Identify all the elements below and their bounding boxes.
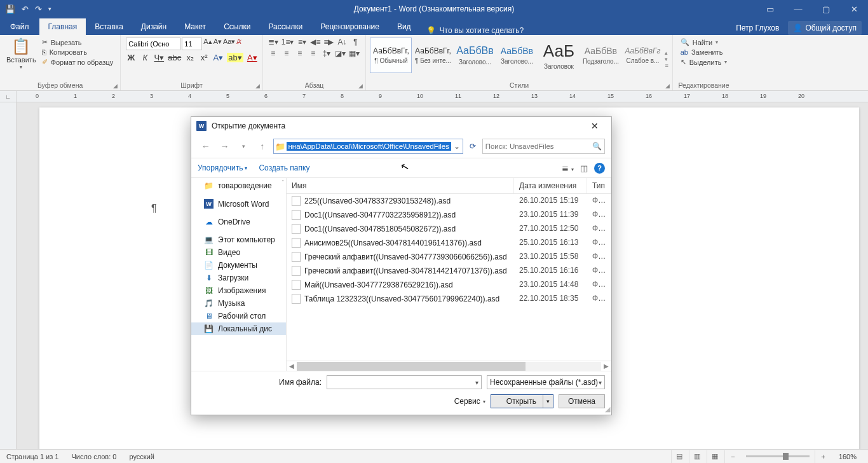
refresh-icon[interactable]: ⟳ xyxy=(466,142,480,151)
filter-combo[interactable]: Несохраненные файлы (*.asd)▾ xyxy=(487,375,605,389)
tab-file[interactable]: Файл xyxy=(0,18,39,35)
replace-button[interactable]: abЗаменить xyxy=(679,48,729,57)
bullets-icon[interactable]: ≣▾ xyxy=(268,38,278,46)
col-date[interactable]: Дата изменения xyxy=(514,178,587,193)
zoom-level[interactable]: 160% xyxy=(832,453,863,460)
print-layout-icon[interactable]: ▥ xyxy=(689,450,705,463)
col-name[interactable]: Имя xyxy=(287,178,514,193)
align-left-icon[interactable]: ≡ xyxy=(268,49,278,58)
font-size-input[interactable] xyxy=(182,38,202,50)
style-item[interactable]: АаБбВвЗаголово... xyxy=(496,38,538,73)
nav-item[interactable]: ⬇Загрузки xyxy=(191,272,286,284)
nav-item[interactable]: 🖼Изображения xyxy=(191,284,286,297)
clear-format-icon[interactable]: A̷ xyxy=(236,38,241,50)
borders-icon[interactable]: ▦▾ xyxy=(349,49,360,58)
find-button[interactable]: 🔍Найти ▾ xyxy=(679,38,729,47)
copy-button[interactable]: ⎘Копировать xyxy=(40,48,116,57)
vertical-ruler[interactable] xyxy=(0,102,17,449)
horizontal-ruler[interactable]: 01234567891011121314151617181920 xyxy=(17,91,868,102)
share-button[interactable]: 👤 Общий доступ xyxy=(788,21,862,35)
dialog-launcher-icon[interactable]: ◢ xyxy=(255,83,260,89)
numbering-icon[interactable]: 1≡▾ xyxy=(281,38,294,46)
tab-insert[interactable]: Вставка xyxy=(86,18,132,35)
undo-icon[interactable]: ↶ xyxy=(22,4,29,14)
read-mode-icon[interactable]: ▤ xyxy=(671,450,688,463)
address-bar[interactable]: 📁 нна\AppData\Local\Microsoft\Office\Uns… xyxy=(273,139,463,154)
decrease-font-icon[interactable]: A▾ xyxy=(214,38,222,50)
text-effects-icon[interactable]: A▾ xyxy=(213,53,223,62)
tab-selector[interactable]: ∟ xyxy=(0,91,17,102)
nav-item[interactable]: 🖥Рабочий стол xyxy=(191,310,286,322)
file-row[interactable]: Анисимов25((Unsaved-304781440196141376))… xyxy=(287,236,611,250)
tab-mailings[interactable]: Рассылки xyxy=(259,18,311,35)
file-row[interactable]: Doc1((Unsaved-304777032235958912)).asd23… xyxy=(287,208,611,222)
scroll-thumb[interactable] xyxy=(297,362,526,371)
redo-icon[interactable]: ↷ xyxy=(35,4,42,14)
tools-button[interactable]: Сервис▾ xyxy=(454,397,485,406)
nav-item[interactable]: 💻Этот компьютер xyxy=(191,233,286,246)
search-input[interactable] xyxy=(485,142,592,150)
cut-button[interactable]: ✂Вырезать xyxy=(40,38,116,47)
change-case-icon[interactable]: Aa▾ xyxy=(223,38,235,50)
web-layout-icon[interactable]: ▦ xyxy=(707,450,723,463)
file-row[interactable]: 225((Unsaved-304783372930153248)).asd26.… xyxy=(287,194,611,208)
tab-review[interactable]: Рецензирование xyxy=(311,18,388,35)
new-folder-button[interactable]: Создать папку xyxy=(259,163,309,172)
sort-icon[interactable]: A↓ xyxy=(337,38,347,46)
decrease-indent-icon[interactable]: ◀≡ xyxy=(310,38,320,46)
multilevel-icon[interactable]: ≡▾ xyxy=(297,38,307,46)
tab-references[interactable]: Ссылки xyxy=(215,18,259,35)
bold-button[interactable]: Ж xyxy=(126,53,136,62)
scroll-right-icon[interactable]: ▶ xyxy=(601,363,611,370)
select-button[interactable]: ↖Выделить ▾ xyxy=(679,57,729,67)
recent-icon[interactable]: ▾ xyxy=(235,139,252,154)
preview-pane-icon[interactable]: ◫ xyxy=(580,163,588,173)
scroll-up-icon[interactable]: ˄ xyxy=(281,179,285,186)
forward-icon[interactable]: → xyxy=(217,139,233,154)
zoom-in-icon[interactable]: + xyxy=(815,450,831,463)
gallery-up-icon[interactable]: ▴ xyxy=(665,50,668,56)
language-indicator[interactable]: русский xyxy=(123,453,160,460)
maximize-icon[interactable]: ▢ xyxy=(812,0,840,18)
font-color-icon[interactable]: A▾ xyxy=(247,53,257,62)
page-indicator[interactable]: Страница 1 из 1 xyxy=(0,453,65,460)
open-button[interactable]: Открыть▾ xyxy=(491,394,553,408)
col-type[interactable]: Тип xyxy=(587,178,611,193)
scroll-left-icon[interactable]: ◀ xyxy=(287,363,297,370)
subscript-button[interactable]: x₂ xyxy=(185,53,195,62)
paste-button[interactable]: 📋 Вставить ▾ xyxy=(4,36,39,81)
resize-grip-icon[interactable]: ◢ xyxy=(605,405,610,413)
tab-view[interactable]: Вид xyxy=(388,18,420,35)
nav-item[interactable]: 🎵Музыка xyxy=(191,297,286,310)
ribbon-options-icon[interactable]: ▭ xyxy=(756,0,784,18)
nav-pane[interactable]: ˄ 📁товароведениеWMicrosoft Word☁OneDrive… xyxy=(191,178,287,371)
dialog-launcher-icon[interactable]: ◢ xyxy=(665,83,670,89)
showmarks-icon[interactable]: ¶ xyxy=(350,38,360,46)
file-row[interactable]: Греческий алфавит((Unsaved-3047814421470… xyxy=(287,264,611,278)
justify-icon[interactable]: ≡ xyxy=(308,49,318,58)
view-mode-icon[interactable]: ≣ ▾ xyxy=(562,163,574,173)
dialog-launcher-icon[interactable]: ◢ xyxy=(113,83,118,89)
underline-button[interactable]: Ч▾ xyxy=(154,53,164,62)
up-icon[interactable]: ↑ xyxy=(254,139,271,154)
nav-item[interactable]: 📁товароведение xyxy=(191,179,286,192)
filename-combo[interactable]: ▾ xyxy=(327,375,482,389)
path-text[interactable]: нна\AppData\Local\Microsoft\Office\Unsav… xyxy=(287,142,451,151)
file-list[interactable]: 225((Unsaved-304783372930153248)).asd26.… xyxy=(287,194,611,361)
back-icon[interactable]: ← xyxy=(198,139,214,154)
minimize-icon[interactable]: — xyxy=(784,0,812,18)
zoom-slider[interactable] xyxy=(746,455,810,457)
chevron-down-icon[interactable]: ▾ xyxy=(599,379,602,386)
file-row[interactable]: Doc1((Unsaved-304785180545082672)).asd27… xyxy=(287,222,611,236)
dialog-launcher-icon[interactable]: ◢ xyxy=(358,83,363,89)
shading-icon[interactable]: ◪▾ xyxy=(335,49,346,58)
file-row[interactable]: Май((Unsaved-304777293876529216)).asd23.… xyxy=(287,278,611,292)
align-center-icon[interactable]: ≡ xyxy=(281,49,292,58)
cancel-button[interactable]: Отмена xyxy=(559,394,605,408)
tellme[interactable]: 💡 Что вы хотите сделать? xyxy=(426,26,524,35)
strike-button[interactable]: abc xyxy=(168,53,181,62)
zoom-thumb[interactable] xyxy=(783,453,789,460)
increase-indent-icon[interactable]: ≡▶ xyxy=(323,38,334,46)
superscript-button[interactable]: x² xyxy=(199,53,209,62)
h-scrollbar[interactable]: ◀ ▶ xyxy=(287,361,611,371)
